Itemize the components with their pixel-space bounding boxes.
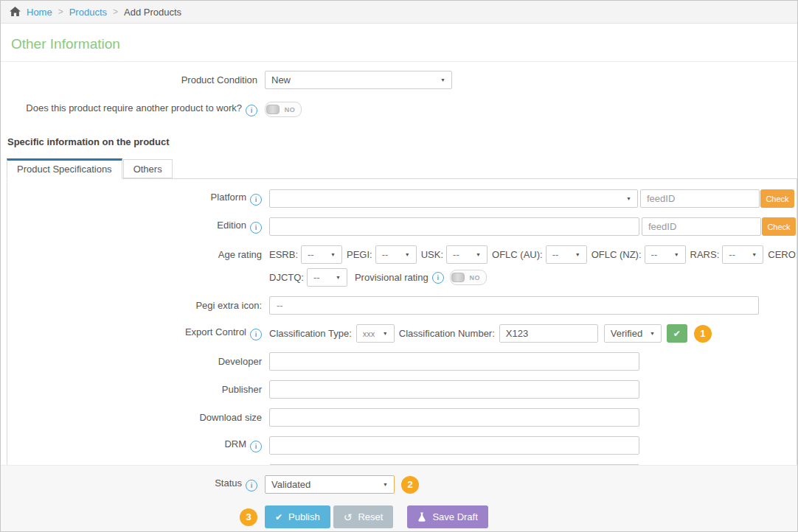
- pegi-label: PEGI:: [347, 249, 372, 260]
- age-rating-pegi: PEGI: -- ▼: [347, 245, 417, 264]
- platform-label: Platformi: [7, 192, 262, 206]
- platform-label-text: Platform: [211, 192, 246, 203]
- home-icon[interactable]: [10, 7, 21, 17]
- edition-label: Editioni: [7, 220, 262, 234]
- oflc-au-select[interactable]: -- ▼: [546, 245, 587, 264]
- require-product-question: Does this product require another produc…: [26, 102, 242, 113]
- toggle-knob: [451, 273, 465, 282]
- rars-select[interactable]: -- ▼: [722, 245, 763, 264]
- info-icon[interactable]: i: [250, 441, 262, 452]
- pegi-extra-icon-value: --: [277, 300, 283, 311]
- verification-status-value: Verified: [611, 328, 642, 339]
- info-icon[interactable]: i: [250, 194, 262, 206]
- info-icon[interactable]: i: [250, 222, 262, 234]
- rars-label: RARS:: [690, 249, 720, 260]
- info-icon[interactable]: i: [246, 480, 257, 491]
- edition-label-text: Edition: [217, 220, 246, 231]
- undo-icon: ↺: [344, 512, 353, 522]
- oflc-nz-select[interactable]: -- ▼: [645, 245, 686, 264]
- status-row: Statusi Validated ▼ 2: [1, 475, 797, 494]
- require-product-row: Does this product require another produc…: [1, 102, 797, 117]
- edition-check-button[interactable]: Check: [762, 217, 796, 236]
- platform-feed-id-input[interactable]: [640, 189, 760, 208]
- tab-bar: Product Specifications Others: [7, 158, 797, 178]
- esrb-value: --: [308, 249, 314, 260]
- platform-select[interactable]: ▼: [269, 189, 638, 208]
- drm-input[interactable]: [269, 436, 639, 455]
- breadcrumb-products-link[interactable]: Products: [69, 7, 107, 18]
- info-icon[interactable]: i: [250, 329, 262, 340]
- toggle-state-label: NO: [280, 106, 300, 113]
- chevron-down-icon: ▼: [400, 252, 410, 257]
- reset-button-label: Reset: [358, 511, 383, 522]
- chevron-down-icon: ▼: [378, 331, 388, 336]
- download-size-label: Download size: [7, 412, 262, 423]
- export-control-label-text: Export Control: [185, 326, 246, 337]
- info-icon[interactable]: i: [432, 272, 444, 284]
- rars-value: --: [729, 249, 735, 260]
- djctq-label: DJCTQ:: [269, 272, 304, 283]
- classification-number-input[interactable]: [499, 324, 598, 343]
- chevron-down-icon: ▼: [622, 196, 631, 201]
- esrb-label: ESRB:: [269, 249, 298, 260]
- chevron-down-icon: ▼: [331, 275, 341, 280]
- add-products-page: Home > Products > Add Products Other Inf…: [0, 0, 798, 532]
- chevron-down-icon: ▼: [571, 252, 580, 257]
- require-product-toggle[interactable]: NO: [265, 102, 302, 117]
- require-product-label: Does this product require another produc…: [1, 102, 257, 116]
- edition-feed-id-input[interactable]: [642, 217, 761, 236]
- oflc-nz-value: --: [651, 249, 658, 260]
- callout-badge-2: 2: [401, 476, 419, 494]
- usk-select[interactable]: -- ▼: [446, 245, 488, 264]
- tab-product-specifications[interactable]: Product Specifications: [7, 158, 122, 179]
- chevron-down-icon: ▼: [670, 252, 679, 257]
- age-rating-usk: USK: -- ▼: [421, 245, 488, 264]
- age-rating-line-1: ESRB: -- ▼ PEGI: -- ▼ US: [269, 245, 797, 264]
- developer-input[interactable]: [269, 352, 639, 371]
- chevron-right-icon: >: [113, 7, 118, 17]
- age-rating-controls: ESRB: -- ▼ PEGI: -- ▼ US: [269, 245, 797, 287]
- chevron-down-icon: ▼: [436, 77, 445, 83]
- edition-input[interactable]: [269, 217, 639, 236]
- save-draft-button[interactable]: Save Draft: [407, 505, 488, 528]
- djctq-select[interactable]: -- ▼: [307, 268, 347, 287]
- breadcrumb-home-link[interactable]: Home: [27, 7, 52, 18]
- publisher-row: Publisher: [7, 380, 797, 399]
- pegi-extra-icon-label: Pegi extra icon:: [7, 300, 262, 311]
- djctq-value: --: [313, 272, 320, 283]
- classification-type-value: xxx: [363, 329, 375, 338]
- download-size-row: Download size: [7, 408, 797, 427]
- usk-label: USK:: [421, 249, 443, 260]
- platform-check-button[interactable]: Check: [760, 189, 794, 208]
- product-condition-label: Product Condition: [1, 74, 257, 85]
- toggle-state-label: NO: [465, 274, 485, 281]
- pegi-select[interactable]: -- ▼: [375, 245, 417, 264]
- download-size-input[interactable]: [269, 408, 639, 427]
- age-rating-rars: RARS: -- ▼: [690, 245, 764, 264]
- verification-status-select[interactable]: Verified ▼: [604, 324, 662, 343]
- oflc-au-label: OFLC (AU):: [492, 249, 543, 260]
- drm-row: DRMi: [7, 436, 797, 455]
- publisher-input[interactable]: [269, 380, 639, 399]
- provisional-rating-toggle[interactable]: NO: [450, 270, 487, 285]
- status-select[interactable]: Validated ▼: [265, 475, 395, 494]
- drm-label: DRMi: [7, 438, 262, 452]
- verify-button[interactable]: ✔: [667, 324, 687, 343]
- publisher-label: Publisher: [7, 384, 262, 395]
- reset-button[interactable]: ↺ Reset: [333, 505, 394, 528]
- classification-type-select[interactable]: xxx ▼: [356, 324, 395, 343]
- publish-button[interactable]: ✔ Publish: [265, 505, 330, 528]
- tab-others[interactable]: Others: [123, 159, 173, 178]
- age-rating-djctq: DJCTQ: -- ▼: [269, 268, 347, 287]
- age-rating-oflc-au: OFLC (AU): -- ▼: [492, 245, 587, 264]
- product-condition-select[interactable]: New ▼: [265, 71, 452, 89]
- callout-badge-3-col: 3: [1, 508, 257, 526]
- platform-row: Platformi ▼ Check: [7, 189, 797, 208]
- developer-row: Developer: [7, 352, 797, 371]
- chevron-down-icon: ▼: [326, 252, 336, 257]
- pegi-extra-icon-field[interactable]: --: [269, 296, 759, 315]
- info-icon[interactable]: i: [246, 105, 257, 116]
- callout-badge-3: 3: [240, 508, 257, 526]
- esrb-select[interactable]: -- ▼: [301, 245, 342, 264]
- callout-badge-1: 1: [694, 325, 712, 343]
